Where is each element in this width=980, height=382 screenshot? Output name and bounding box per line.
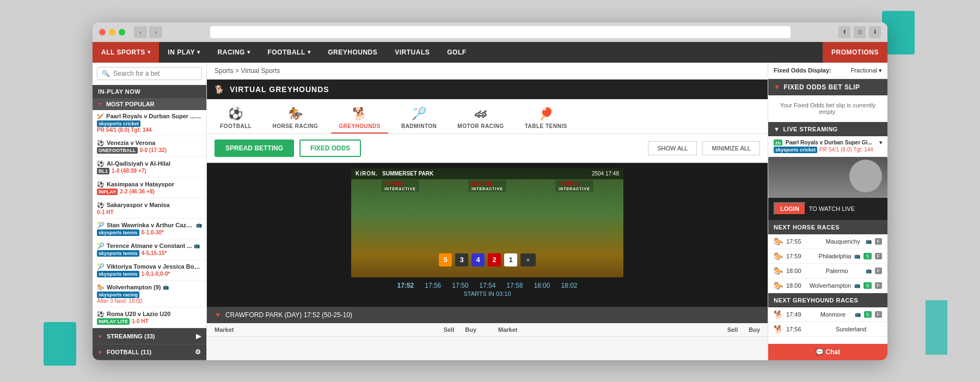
horse-race-row-2[interactable]: 🐎 17:59 Philadelphia 📺 S F [768,249,887,264]
main-layout: 🔍 IN-PLAY NOW ▼ MOST POPULAR [93,63,887,360]
minimize-button[interactable] [109,29,115,35]
tennis-icon: 🎾 [97,263,105,270]
race-tag-s: S [863,253,871,259]
close-button[interactable] [99,29,106,35]
list-item[interactable]: 🐎 Wolverhampton (9) 📺 skysports racing A… [93,281,206,307]
watch-live-text: TO WATCH LIVE [809,205,855,212]
race-tag-f: F [875,253,883,259]
football-section[interactable]: ► FOOTBALL (11) ⚙ [93,344,206,360]
nav-virtuals[interactable]: VIRTUALS [386,42,438,63]
betslip-header: ▼ FIXED ODDS BET SLIP [768,79,887,95]
horse-race-row-4[interactable]: 🐎 18:00 Wolverhampton 📺 S F [768,278,887,293]
tv-icon: 📺 [855,312,861,317]
show-all-button[interactable]: SHOW ALL [648,141,697,155]
bet-buttons-row: SPREAD BETTING FIXED ODDS SHOW ALL MINIM… [207,134,768,163]
live-stream-preview [768,157,887,198]
decorative-shape-right [926,300,947,355]
tab-football[interactable]: ⚽ FOOTBALL [212,104,259,134]
sky-badge: skysports tennis [97,271,139,277]
race-time: 17:56 [786,326,832,332]
kiron-block-1: KiRON.INTERACTIVE [381,179,420,192]
list-item[interactable]: ⚽ Kasimpasa v Hatayspor INPLAY 2-2 (46:3… [93,178,206,198]
list-item[interactable]: 🎾 Stan Wawrinka v Arthur Caza... 📺 skysp… [93,219,206,239]
tab-motor-racing[interactable]: 🏎 MOTOR RACING [450,104,511,134]
tv-icon: 📺 [196,222,202,228]
tab-table-tennis[interactable]: 🏓 TABLE TENNIS [517,104,575,134]
search-input[interactable] [113,70,197,77]
right-sidebar: Fixed Odds Display: Fractional ▾ ▼ FIXED… [768,63,887,360]
race-time: 18:00 [786,282,806,289]
fixed-odds-button[interactable]: FIXED ODDS [299,140,361,157]
nav-football[interactable]: FOOTBALL ▾ [259,42,319,63]
list-item[interactable]: 🏏 Paarl Royals v Durban Super ... 📺 skys… [93,110,206,136]
dog-number-1: 1 [504,253,517,266]
race-time-1752[interactable]: 17:52 [397,282,414,289]
back-button[interactable]: ‹ [134,26,147,38]
copy-button[interactable]: ⊡ [854,26,866,38]
nav-in-play[interactable]: IN PLAY ▾ [159,42,209,63]
tab-horse-racing[interactable]: 🏇 HORSE RACING [265,104,326,134]
browser-navigation: ‹ › [134,26,162,38]
chevron-down-icon: ▾ [308,49,311,55]
race-tag-f: F [875,311,883,318]
nav-racing[interactable]: RACING ▾ [209,42,259,63]
list-item[interactable]: ⚽ Venezia v Verona ONEFOOTBALL 0-0 (17:3… [93,136,206,157]
play-icon: ▶ [196,332,201,340]
tab-greyhounds[interactable]: 🐕 GREYHOUNDS [331,104,388,134]
minimize-all-button[interactable]: MINIMIZE ALL [702,141,760,155]
race-time-1758[interactable]: 17:58 [506,282,523,289]
share-button[interactable]: ⬆ [838,26,850,38]
buy-col-2: Buy [749,326,760,333]
list-item[interactable]: 🎾 Viktoriya Tomova v Jessica Bouz... sky… [93,260,206,281]
race-time-1754[interactable]: 17:54 [479,282,495,289]
tennis-section[interactable]: ► TENNIS (12) 🎾 [93,360,206,360]
greyhound-race-row-1[interactable]: 🐕 17:49 Monmore 📺 S F [768,307,887,322]
triangle-icon: ▼ [98,101,103,107]
nav-all-sports[interactable]: ALL SPORTS ▾ [93,42,159,63]
race-time-1750[interactable]: 17:50 [452,282,468,289]
match-score: 1-0 HT [132,318,149,324]
spread-betting-button[interactable]: SPREAD BETTING [215,140,294,157]
next-horse-races-header: NEXT HORSE RACES [768,220,887,234]
race-info-bar: ▼ CRAWFORD PARK (DAY) 17:52 (50-25-10) [207,307,768,323]
in-play-header: IN-PLAY NOW [93,85,206,98]
nav-golf[interactable]: GOLF [438,42,475,63]
login-button[interactable]: LOGIN [774,202,806,215]
tv-icon: 📺 [854,283,860,288]
race-tag-s: S [864,311,872,318]
nav-promotions[interactable]: PROMOTIONS [823,42,887,63]
tab-badminton[interactable]: 🏸 BADMINTON [394,104,444,134]
download-button[interactable]: ⬇ [869,26,881,38]
horse-race-row-3[interactable]: 🐎 18:00 Palermo 📺 F [768,264,887,278]
race-time-1802[interactable]: 18:02 [561,282,577,289]
nav-greyhounds[interactable]: GREYHOUNDS [319,42,386,63]
horse-race-row-1[interactable]: 🐎 17:55 Mauquenchy 📺 F [768,234,887,249]
odds-display: Fixed Odds Display: Fractional ▾ [768,63,887,79]
live-match-row[interactable]: zo Paarl Royals v Durban Super Gi... ▾ s… [768,136,887,157]
match-details: ⚽ Venezia v Verona [97,140,202,147]
forward-button[interactable]: › [149,26,162,38]
list-item[interactable]: 🎾 Terence Atmane v Constant ... 📺 skyspo… [93,239,206,260]
odds-dropdown[interactable]: Fractional ▾ [851,67,882,74]
list-item[interactable]: ⚽ Roma U20 v Lazio U20 INPLAY LITE 1-0 H… [93,307,206,328]
race-tag-f: F [875,238,883,245]
app-body: ALL SPORTS ▾ IN PLAY ▾ RACING ▾ FOOTBALL… [93,42,887,360]
search-input-wrap[interactable]: 🔍 [97,67,202,80]
greyhound-tab-icon: 🐕 [352,107,367,121]
maximize-button[interactable] [119,29,125,35]
match-score: 0-1 HT [97,209,114,215]
match-sub: ONEFOOTBALL 0-0 (17:32) [97,147,202,154]
live-streaming-header: ▼ LIVE STREAMING [768,122,887,136]
list-item[interactable]: ⚽ Al-Qadisiyah v Al-Hilal BL1 1-0 (48:39… [93,157,206,178]
greyhound-race-row-2[interactable]: 🐕 17:56 Sunderland [768,322,887,337]
next-greyhound-races-header: NEXT GREYHOUND RACES [768,293,887,307]
sky-sports-badge: skysports cricket [97,120,140,127]
inplay-badge: INPLAY LITE [97,318,130,325]
chat-button[interactable]: 💬 Chat [768,344,887,360]
list-item[interactable]: ⚽ Sakaryaspor v Manisa 0-1 HT [93,198,206,219]
race-name: Monmore [820,311,852,318]
address-bar[interactable] [210,26,791,38]
streaming-section[interactable]: ► STREAMING (33) ▶ [93,328,206,344]
race-time-1800[interactable]: 18:00 [534,282,550,289]
race-time-1756[interactable]: 17:56 [425,282,441,289]
